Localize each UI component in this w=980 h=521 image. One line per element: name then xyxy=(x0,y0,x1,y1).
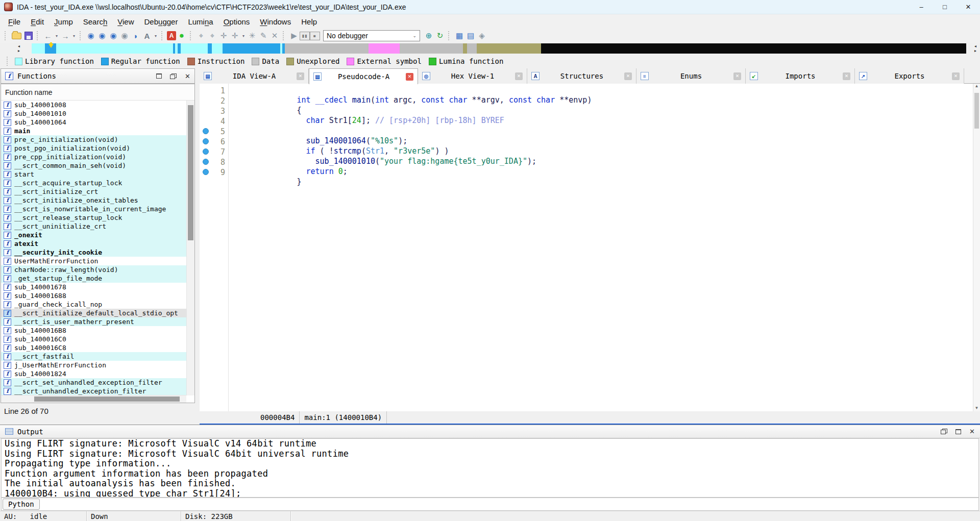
address-dot-icon[interactable] xyxy=(200,137,212,146)
tab-pseudocode-a[interactable]: ▤ Pseudocode-A ✕ xyxy=(309,68,418,84)
function-row[interactable]: f _guard_check_icall_nop xyxy=(1,300,186,309)
pseudocode-vertical-scrollbar[interactable]: ▲ ▼ xyxy=(973,84,980,411)
create-struct-icon[interactable]: ✛ xyxy=(230,30,240,41)
pause-process-icon[interactable]: ▮▮ xyxy=(300,32,310,40)
refresh-icon[interactable]: ↻ xyxy=(435,30,445,41)
scroll-up-icon[interactable]: ▲ xyxy=(975,84,979,88)
save-icon[interactable] xyxy=(24,32,33,40)
function-row[interactable]: f sub_1400016B8 xyxy=(1,326,186,335)
function-row[interactable]: f main xyxy=(1,127,186,135)
function-row[interactable]: f __security_init_cookie xyxy=(1,248,186,257)
function-row[interactable]: f __scrt_initialize_onexit_tables xyxy=(1,196,186,205)
navband-segment[interactable] xyxy=(285,43,369,54)
navband-scroll-arrows-right[interactable]: ◂ ▸ xyxy=(972,43,979,54)
tab-close-icon[interactable]: ✕ xyxy=(515,72,523,80)
navband-segment[interactable] xyxy=(56,43,173,54)
navband-segment[interactable] xyxy=(477,43,541,54)
functions-panel-header[interactable]: f Functions ✕ xyxy=(1,68,195,84)
search-binoculars-icon[interactable]: ◉ xyxy=(86,30,96,41)
toolbar-grip[interactable] xyxy=(161,31,164,40)
toolbar-grip[interactable] xyxy=(80,31,83,40)
close-button[interactable]: ✕ xyxy=(957,0,980,14)
output-close-icon[interactable]: ✕ xyxy=(969,428,975,435)
function-row[interactable]: f _get_startup_file_mode xyxy=(1,274,186,283)
function-row[interactable]: f __scrt_fastfail xyxy=(1,352,186,361)
open-file-icon[interactable] xyxy=(12,33,21,39)
function-row[interactable]: f sub_140001064 xyxy=(1,118,186,127)
navband-segment[interactable] xyxy=(181,43,208,54)
menu-file[interactable]: File xyxy=(3,16,26,28)
function-row[interactable]: f sub_140001010 xyxy=(1,109,186,118)
tab-exports[interactable]: ↗ Exports ✕ xyxy=(855,68,964,84)
output-float-icon[interactable] xyxy=(941,429,947,434)
function-row[interactable]: f __scrt_unhandled_exception_filter xyxy=(1,387,186,395)
navband-arrow-left2-icon[interactable]: ◂ xyxy=(974,44,976,48)
function-row[interactable]: f __scrt_release_startup_lock xyxy=(1,213,186,222)
search-again-icon[interactable]: ◉ xyxy=(119,30,130,41)
function-row[interactable]: f sub_140001824 xyxy=(1,369,186,378)
function-row[interactable]: f __scrt_is_user_matherr_present xyxy=(1,317,186,326)
output-header[interactable]: Output ✕ xyxy=(0,425,980,438)
function-row[interactable]: f sub_140001678 xyxy=(1,283,186,291)
function-row[interactable]: f __scrt_acquire_startup_lock xyxy=(1,179,186,187)
lumina-sphere-icon[interactable]: ● xyxy=(177,30,187,41)
tab-ida-view-a[interactable]: ▤ IDA View-A ✕ xyxy=(200,68,309,84)
function-row[interactable]: f __scrt_uninitialize_crt xyxy=(1,222,186,231)
tab-close-icon[interactable]: ✕ xyxy=(843,72,850,80)
function-row[interactable]: f sub_1400016C0 xyxy=(1,335,186,343)
menu-options[interactable]: Options xyxy=(218,16,255,28)
menu-view[interactable]: View xyxy=(112,16,139,28)
navband-segment[interactable] xyxy=(467,43,477,54)
toolbar-grip[interactable] xyxy=(448,31,451,40)
search-sequence-icon[interactable]: ◉ xyxy=(97,30,107,41)
crescent-icon[interactable]: ◗ xyxy=(131,30,141,41)
function-row[interactable]: f sub_1400016C8 xyxy=(1,343,186,352)
tab-close-icon[interactable]: ✕ xyxy=(406,73,413,81)
function-row[interactable]: f __scrt_common_main_seh(void) xyxy=(1,161,186,170)
panel-splitter[interactable] xyxy=(195,68,200,425)
tab-imports[interactable]: ↙ Imports ✕ xyxy=(746,68,855,84)
function-row[interactable]: f charNode::raw_length(void) xyxy=(1,265,186,274)
output-log[interactable]: Using FLIRT signature: Microsoft VisualC… xyxy=(1,438,979,498)
navband-segment[interactable] xyxy=(32,43,45,54)
address-dot-icon[interactable] xyxy=(200,127,212,136)
navband-segment[interactable] xyxy=(541,43,966,54)
function-row[interactable]: f j_UserMathErrorFunction xyxy=(1,361,186,369)
undefine-icon[interactable]: ✕ xyxy=(270,30,280,41)
navband-segment[interactable] xyxy=(400,43,463,54)
create-code-icon[interactable]: ⌖ xyxy=(196,30,206,41)
functions-horizontal-scrollbar[interactable] xyxy=(1,395,186,403)
forward-history-dropdown[interactable]: ▾ xyxy=(71,30,77,41)
create-name-icon[interactable]: ✛ xyxy=(218,30,229,41)
tab-enums[interactable]: ≡ Enums ✕ xyxy=(636,68,746,84)
toolbar-grip[interactable] xyxy=(5,31,8,40)
maximize-button[interactable]: □ xyxy=(933,0,957,14)
scroll-down-icon[interactable]: ▼ xyxy=(975,406,979,410)
function-row[interactable]: f pre_cpp_initialization(void) xyxy=(1,153,186,161)
attach-process-icon[interactable]: ⊕ xyxy=(424,30,434,41)
menu-windows[interactable]: Windows xyxy=(255,16,296,28)
function-row[interactable]: f sub_140001688 xyxy=(1,291,186,300)
function-row[interactable]: f UserMathErrorFunction xyxy=(1,257,186,265)
navband-segment[interactable] xyxy=(463,43,467,54)
toolbar-grip[interactable] xyxy=(190,31,193,40)
navband-segment[interactable] xyxy=(212,43,223,54)
tab-hex-view-1[interactable]: ◎ Hex View-1 ✕ xyxy=(418,68,527,84)
string-literal-icon[interactable]: A xyxy=(167,31,176,40)
function-row[interactable]: f __scrt_initialize_default_local_stdio_… xyxy=(1,309,186,317)
function-row[interactable]: f atexit xyxy=(1,239,186,248)
toolbar-grip[interactable] xyxy=(283,31,286,40)
start-process-icon[interactable]: ▶ xyxy=(289,30,299,41)
navigation-band[interactable] xyxy=(0,43,980,54)
panel-float-icon[interactable] xyxy=(170,73,177,79)
menu-debugger[interactable]: Debugger xyxy=(139,16,183,28)
function-row[interactable]: f pre_c_initialization(void) xyxy=(1,135,186,144)
column-header-function-name[interactable]: Function name xyxy=(1,84,194,101)
function-row[interactable]: f post_pgo_initialization(void) xyxy=(1,144,186,153)
python-cli-button[interactable]: Python xyxy=(3,499,40,510)
rename-icon[interactable]: A xyxy=(142,30,152,41)
functions-hscroll-thumb[interactable] xyxy=(34,396,180,402)
navband-segment[interactable] xyxy=(208,43,212,54)
search-text-icon[interactable]: ◉ xyxy=(108,30,118,41)
navband-arrow-right2-icon[interactable]: ▸ xyxy=(974,48,976,53)
